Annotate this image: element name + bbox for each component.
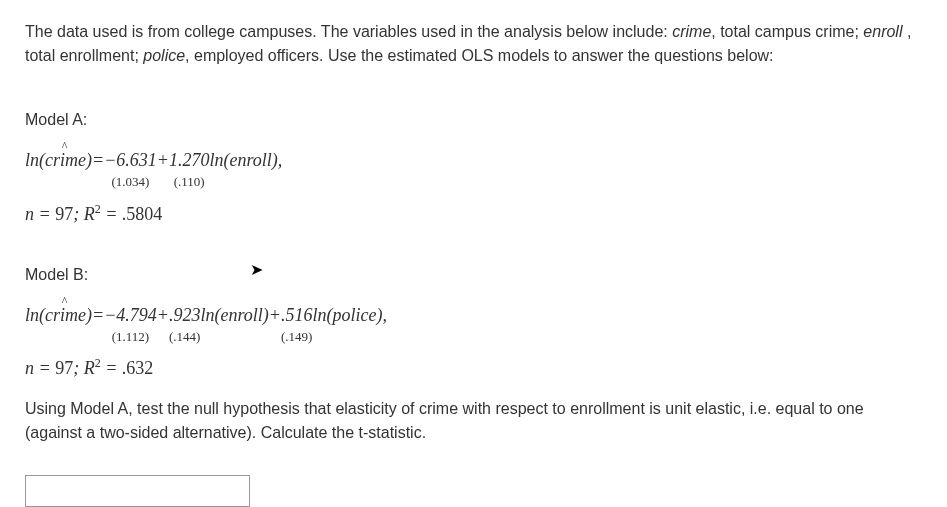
eq-t1-close: ), [272,147,283,174]
coef-police-b: .516 [281,302,313,329]
se-enroll-b: (.144) [169,327,201,347]
eq-term-intercept-b: −4.794(1.112) [104,302,157,347]
model-a-stats: n = 97; R2 = .5804 [25,200,922,228]
stat-sep-b: ; [73,358,84,378]
se-police-b: (.149) [281,327,313,347]
coef-enroll: 1.270 [169,147,210,174]
intro-text: The data used is from college campuses. … [25,20,922,68]
stat-sep: ; [73,204,84,224]
eq-ln-b: ln [25,302,39,329]
eq-plus1: + [157,147,169,174]
model-b-equation: ln(crime) = −4.794(1.112) + .923(.144)ln… [25,302,922,347]
coef-intercept-b: −4.794 [104,302,157,329]
se-intercept: (1.034) [104,172,157,192]
eq-plus2-b: + [269,302,281,329]
eq-t2-var-b: police [332,302,376,329]
eq-t1-ln: ln [209,147,223,174]
eq-term-police-b: .516(.149) [281,302,313,347]
eq-t1-ln-b: ln [200,302,214,329]
coef-intercept: −6.631 [104,147,157,174]
eq-t1-var-b: enroll [220,302,262,329]
stat-R: R [84,204,95,224]
coef-enroll-b: .923 [169,302,201,329]
eq-lhs-var-b: crime [45,302,86,329]
intro-var-police: police [143,47,185,64]
eq-plus1-b: + [157,302,169,329]
eq-t1-var: enroll [229,147,271,174]
eq-equals: = [92,147,104,174]
intro-pre: The data used is from college campuses. … [25,23,672,40]
question-text: Using Model A, test the null hypothesis … [25,397,922,445]
stat-R-b: R [84,358,95,378]
stat-nval: 97 [55,204,73,224]
eq-term-enroll: 1.270(.110) [169,147,210,192]
intro-var-enroll: enroll [863,23,902,40]
eq-term-enroll-b: .923(.144) [169,302,201,347]
model-b-stats: n = 97; R2 = .632 [25,354,922,382]
stat-n: n [25,204,34,224]
stat-eq1: = [34,204,55,224]
model-a-label: Model A: [25,108,922,132]
se-intercept-b: (1.112) [104,327,157,347]
intro-def3: , employed officers. Use the estimated O… [185,47,773,64]
stat-nval-b: 97 [55,358,73,378]
eq-t2-ln-b: ln [312,302,326,329]
model-a-equation: ln(crime) = −6.631(1.034) + 1.270(.110)l… [25,147,922,192]
intro-var-crime: crime [672,23,711,40]
stat-r2: .5804 [122,204,163,224]
intro-def1: , total campus crime; [711,23,863,40]
eq-t2-close-b: ), [376,302,387,329]
answer-input[interactable] [25,475,250,507]
se-enroll: (.110) [169,172,210,192]
stat-eq2-b: = [101,358,122,378]
eq-lhs-var: crime [45,147,86,174]
eq-ln: ln [25,147,39,174]
eq-equals-b: = [92,302,104,329]
stat-eq2: = [101,204,122,224]
eq-term-intercept: −6.631(1.034) [104,147,157,192]
stat-eq1-b: = [34,358,55,378]
stat-n-b: n [25,358,34,378]
model-b-label: Model B: [25,263,922,287]
stat-r2-b: .632 [122,358,154,378]
